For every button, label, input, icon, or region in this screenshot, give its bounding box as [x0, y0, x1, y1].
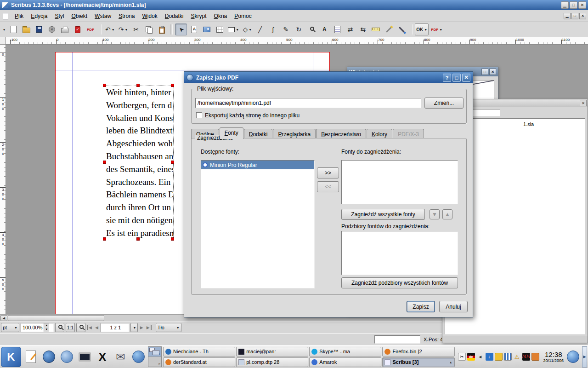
child-restore-icon[interactable]: □	[571, 13, 578, 19]
insert-polygon-button[interactable]: ◇▼	[241, 23, 253, 35]
panel-clock[interactable]: 12:38 20/11/2006	[543, 351, 564, 363]
ok-combo-button[interactable]: OK▼	[415, 23, 429, 35]
organizer-icon[interactable]	[495, 353, 503, 361]
link-frames-button[interactable]: ⇄	[344, 23, 356, 35]
unlink-frames-button[interactable]: ⇆	[357, 23, 369, 35]
selection-handle[interactable]	[171, 237, 174, 241]
zoom-spinbox[interactable]: 100.00%▲▼	[21, 323, 54, 332]
task-group-arrow[interactable]: ▲	[449, 361, 452, 364]
pager-desktop-2[interactable]: 2	[148, 356, 161, 367]
kmail-launcher[interactable]: ✉	[112, 348, 129, 366]
panel-hide-button[interactable]: ▶	[582, 346, 587, 368]
window-titlebar[interactable]: Scribus 1.3.3.6cvs - [/home/maciej/tmp/m…	[0, 0, 588, 10]
subset-fonts-list[interactable]	[341, 231, 458, 275]
tab-przegladarka[interactable]: Przeglądarka	[273, 129, 316, 139]
spin-arrows[interactable]: ▲▼	[44, 323, 49, 332]
editor-launcher[interactable]	[23, 348, 39, 366]
selection-handle[interactable]	[103, 84, 106, 87]
desktop-pager[interactable]: 1 2	[148, 346, 162, 367]
dialog-titlebar[interactable]: Zapisz jako PDF ? □ ✕	[184, 72, 473, 83]
add-font-button[interactable]: >>	[317, 167, 339, 178]
desktop-launcher[interactable]	[76, 348, 93, 366]
embed-fonts-list[interactable]	[341, 160, 458, 204]
mail-check-icon[interactable]	[531, 353, 539, 361]
scroll-left-icon[interactable]: ◀	[0, 315, 7, 321]
export-each-page-checkbox[interactable]	[196, 112, 202, 118]
menu-plik[interactable]: Plik	[11, 11, 27, 21]
save-document-button[interactable]	[33, 23, 45, 35]
task-skype[interactable]: Skype™ - ma_	[309, 347, 381, 356]
insert-table-button[interactable]	[214, 23, 226, 35]
text-frame[interactable]: Weit hinten, hinter Wortbergen, fern d V…	[105, 86, 174, 239]
horizontal-ruler[interactable]: -100 0 100 200 300 400 500 600 700 800 9…	[0, 37, 588, 45]
tab-fonty[interactable]: Fonty	[220, 127, 243, 139]
close-document-button[interactable]: ×	[46, 23, 58, 35]
vertical-ruler[interactable]: 0 100 200 300 400 500	[0, 45, 6, 314]
insert-image-frame-button[interactable]	[201, 23, 213, 35]
tab-dodatki[interactable]: Dodatki	[244, 129, 273, 139]
previous-page-button[interactable]: ◀	[94, 325, 99, 330]
ruler-origin-corner[interactable]	[0, 37, 6, 45]
browser-launcher[interactable]	[130, 348, 147, 366]
zoom-out-button[interactable]	[55, 323, 64, 332]
toolbar-extension-arrow[interactable]: ▾	[3, 28, 5, 32]
klipper-icon[interactable]: ✂	[458, 353, 466, 361]
task-konsole[interactable]: maciej@pan:	[236, 347, 308, 356]
last-page-button[interactable]: ▶	[146, 325, 152, 330]
close-icon[interactable]: ✕	[462, 74, 470, 82]
export-pdf-button[interactable]: PDF	[85, 23, 96, 35]
menu-dodatki[interactable]: Dodatki	[161, 11, 187, 21]
undo-button[interactable]: ↶▼	[104, 23, 116, 35]
scrollbar-thumb[interactable]	[8, 315, 104, 321]
task-newsgroup[interactable]: pl.comp.dtp 28	[236, 357, 308, 367]
insert-text-frame-button[interactable]: A	[188, 23, 200, 35]
selection-handle[interactable]	[171, 161, 174, 164]
status-input[interactable]	[374, 335, 420, 344]
zoom-100-button[interactable]: 1:1	[66, 323, 75, 332]
maximize-icon[interactable]: □	[452, 74, 461, 82]
new-document-button[interactable]	[7, 23, 19, 35]
menu-pomoc[interactable]: Pomoc	[231, 11, 255, 21]
help-icon[interactable]: ?	[443, 74, 451, 82]
tab-kolory[interactable]: Kolory	[367, 129, 392, 139]
lcd-monitor[interactable]: 7470	[522, 353, 530, 361]
system-monitor-icon[interactable]	[504, 353, 512, 361]
download-icon[interactable]: ↓	[486, 353, 493, 361]
cut-button[interactable]: ✂	[130, 23, 142, 35]
insert-line-button[interactable]: ╱	[254, 23, 266, 35]
menu-strona[interactable]: Strona	[115, 11, 138, 21]
shade-icon[interactable]: □	[481, 69, 488, 75]
menu-skrypt[interactable]: Skrypt	[187, 11, 210, 21]
warning-icon[interactable]: ⚠	[513, 353, 521, 361]
selection-handle[interactable]	[103, 161, 106, 164]
selection-handle[interactable]	[136, 84, 140, 87]
paste-button[interactable]	[156, 23, 168, 35]
task-derstandard[interactable]: derStandard.at	[163, 357, 235, 367]
insert-bezier-button[interactable]: ∫	[267, 23, 279, 35]
task-scribus[interactable]: Scribus [3]▲	[382, 357, 454, 367]
child-close-icon[interactable]: ✕	[579, 13, 586, 19]
layer-combo[interactable]: Tło▼	[156, 323, 181, 332]
pdf-tools-button[interactable]: PDF▼	[430, 23, 444, 35]
edit-contents-button[interactable]: A	[318, 23, 330, 35]
konqueror-launcher[interactable]	[40, 348, 57, 366]
file-list-item[interactable]: 1.sla	[523, 121, 534, 127]
select-tool-button[interactable]: ➤	[175, 23, 187, 35]
keyboard-layout-indicator[interactable]: de	[467, 353, 475, 361]
measurements-button[interactable]	[370, 23, 382, 35]
volume-icon[interactable]: ◄	[476, 353, 484, 361]
cancel-button[interactable]: Anuluj	[439, 301, 468, 312]
minimize-icon[interactable]: ▁	[561, 1, 569, 9]
open-document-button[interactable]	[20, 23, 32, 35]
menu-styl[interactable]: Styl	[51, 11, 68, 21]
available-fonts-list[interactable]: Minion Pro Regular	[201, 160, 315, 288]
unit-combo[interactable]: pt▼	[1, 323, 19, 332]
subset-all-button[interactable]: Zagnieźdź podzbiory wszystkich fontów	[341, 277, 458, 288]
menu-edycja[interactable]: Edycja	[27, 11, 51, 21]
change-button[interactable]: Zmień...	[424, 98, 464, 109]
menu-wstaw[interactable]: Wstaw	[91, 11, 115, 21]
insert-freehand-button[interactable]: ✎	[280, 23, 292, 35]
first-page-button[interactable]: ◀	[87, 325, 93, 330]
rotate-tool-button[interactable]: ↻	[293, 23, 305, 35]
page-number-combo[interactable]: 1 z 1	[101, 323, 129, 332]
